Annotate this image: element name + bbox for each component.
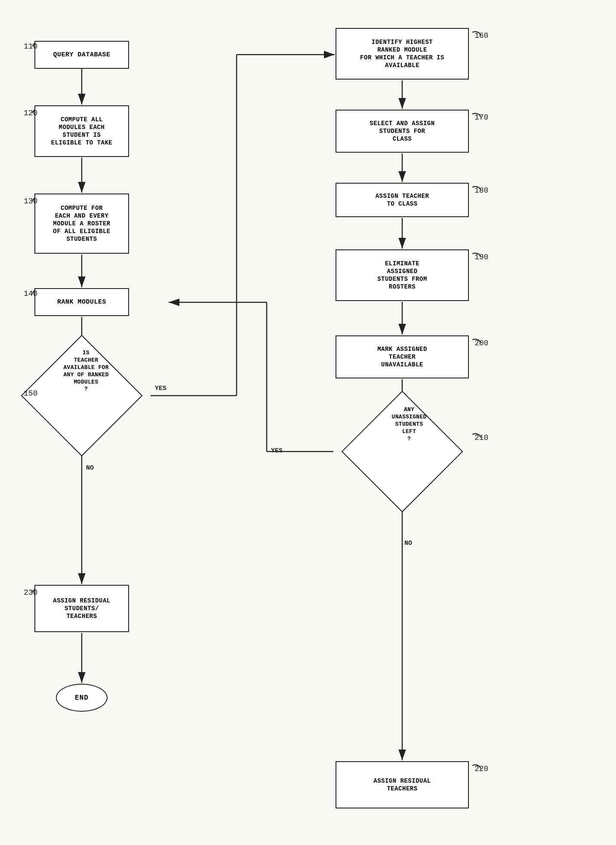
no-label-2: NO xyxy=(404,540,412,547)
box-190: ELIMINATE ASSIGNED STUDENTS FROM ROSTERS xyxy=(336,249,469,301)
ref-200: 200 xyxy=(474,339,488,347)
box-170: SELECT AND ASSIGN STUDENTS FOR CLASS xyxy=(336,110,469,153)
ref-110: 110 xyxy=(24,42,37,51)
box-120: COMPUTE ALL MODULES EACH STUDENT IS ELIG… xyxy=(34,105,129,157)
ref-120: 120 xyxy=(24,109,37,117)
ref-150: 150 xyxy=(24,389,37,398)
box-140: RANK MODULES xyxy=(34,288,129,316)
box-200: MARK ASSIGNED TEACHER UNAVAILABLE xyxy=(336,335,469,378)
box-130: COMPUTE FOR EACH AND EVERY MODULE A ROST… xyxy=(34,194,129,254)
ref-180: 180 xyxy=(474,186,488,195)
no-label-1: NO xyxy=(86,464,94,472)
box-180: ASSIGN TEACHER TO CLASS xyxy=(336,183,469,217)
ref-190: 190 xyxy=(474,253,488,261)
ref-230: 230 xyxy=(24,588,37,597)
ref-210: 210 xyxy=(474,433,488,442)
ref-220: 220 xyxy=(474,765,488,773)
yes-label-2: YES xyxy=(271,447,283,455)
yes-label-1: YES xyxy=(155,385,166,392)
box-220: ASSIGN RESIDUAL TEACHERS xyxy=(336,761,469,808)
ref-140: 140 xyxy=(24,289,37,298)
ref-130: 130 xyxy=(24,197,37,206)
flowchart-diagram: QUERY DATABASE COMPUTE ALL MODULES EACH … xyxy=(0,0,616,845)
box-230: ASSIGN RESIDUAL STUDENTS/ TEACHERS xyxy=(34,585,129,632)
ref-170: 170 xyxy=(474,113,488,122)
ref-160: 160 xyxy=(474,31,488,40)
box-160: IDENTIFY HIGHEST RANKED MODULE FOR WHICH… xyxy=(336,28,469,80)
oval-end: END xyxy=(56,684,108,712)
diamond-210: ANY UNASSIGNED STUDENTS LEFT ? xyxy=(333,383,471,520)
box-110: QUERY DATABASE xyxy=(34,41,129,69)
